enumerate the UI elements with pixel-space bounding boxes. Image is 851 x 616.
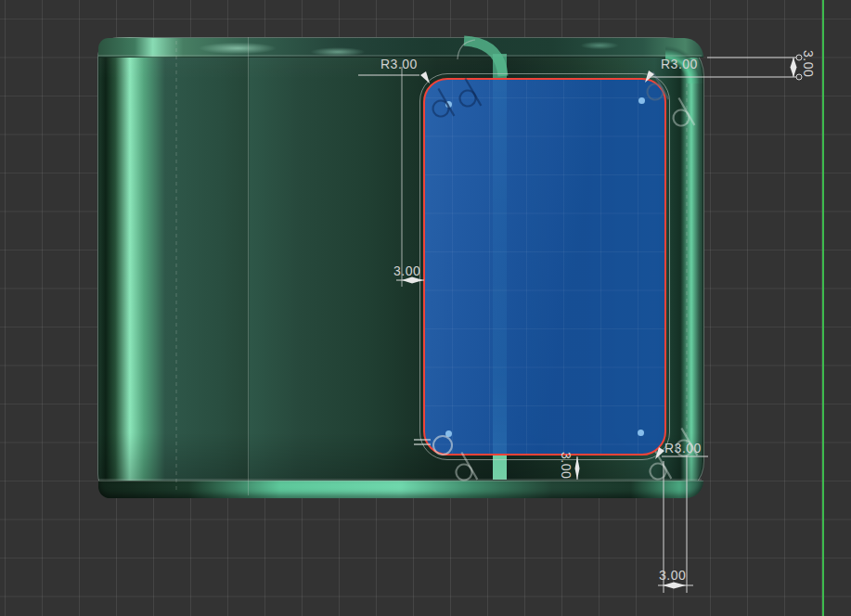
- dimension-label-radius-bottom-right[interactable]: R3.00: [664, 441, 702, 456]
- dimension-label-thickness-right[interactable]: 3.00: [801, 50, 816, 77]
- body-bottom-face-band: [98, 481, 703, 498]
- dimension-label-thickness-bottom[interactable]: 3.00: [559, 452, 574, 479]
- dimension-label-radius-top-right[interactable]: R3.00: [661, 57, 698, 71]
- sketch-point[interactable]: [638, 430, 644, 436]
- body-top-face-band: [98, 38, 703, 58]
- cad-viewport[interactable]: R3.00 R3.00 3.00 3.00 3.00 R3.00 3.00: [0, 0, 851, 616]
- dimension-label-offset-left[interactable]: 3.00: [393, 263, 420, 278]
- sketch-point[interactable]: [445, 430, 452, 437]
- y-axis-line[interactable]: [822, 0, 824, 616]
- sketch-point[interactable]: [638, 97, 645, 104]
- dimension-label-radius-top-left[interactable]: R3.00: [380, 57, 418, 71]
- sketch-point[interactable]: [445, 101, 452, 108]
- sketch-profile-selected[interactable]: [423, 78, 666, 456]
- body-edge-line: [248, 37, 249, 495]
- dimension-label-offset-bottom-right[interactable]: 3.00: [659, 568, 686, 583]
